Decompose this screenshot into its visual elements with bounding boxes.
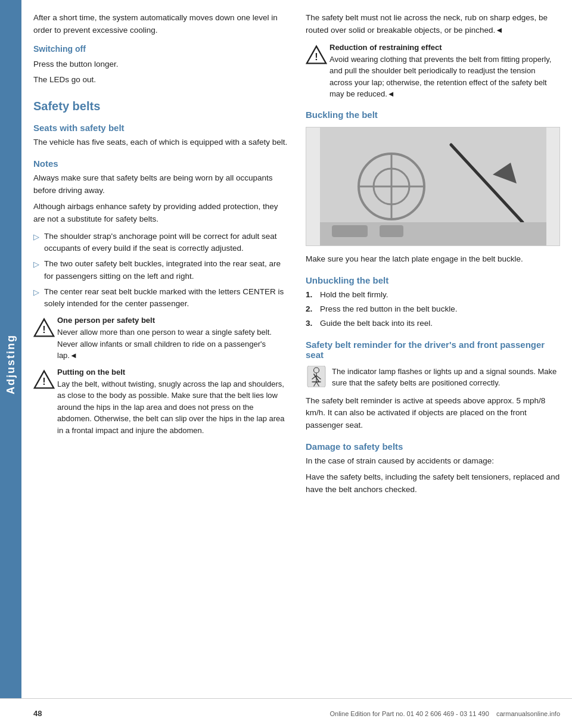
warning-content-1: One person per safety belt Never allow m…: [57, 316, 288, 362]
warning-text-2: Lay the belt, without twisting, snugly a…: [57, 378, 288, 437]
right-intro-text: The safety belt must not lie across the …: [306, 12, 560, 37]
list-item: ▷ The shoulder strap's anchorage point w…: [33, 231, 288, 255]
warning-triangle-icon: !: [33, 317, 52, 336]
bullet-arrow-icon: ▷: [33, 231, 39, 243]
notes-heading: Notes: [33, 158, 288, 169]
footer: 48 Online Edition for Part no. 01 40 2 6…: [0, 698, 572, 728]
reminder-heading: Safety belt reminder for the driver's an…: [306, 340, 560, 360]
switching-off-heading: Switching off: [33, 43, 288, 56]
damage-heading: Damage to safety belts: [306, 441, 560, 452]
bullet-arrow-icon: ▷: [33, 287, 39, 298]
seatbelt-person-icon: [306, 366, 327, 389]
svg-text:!: !: [42, 324, 45, 335]
switching-off-line-1: Press the button longer.: [33, 58, 288, 71]
svg-text:!: !: [42, 376, 45, 387]
warning-content-2: Putting on the belt Lay the belt, withou…: [57, 368, 288, 437]
reminder-box: The indicator lamp flashes or lights up …: [306, 366, 560, 389]
bullet-list: ▷ The shoulder strap's anchorage point w…: [33, 231, 288, 310]
reminder-text-2: The safety belt reminder is active at sp…: [306, 395, 560, 433]
warning-title-1: One person per safety belt: [57, 316, 288, 325]
unbuckling-heading: Unbuckling the belt: [306, 275, 560, 285]
warning-box-1: ! One person per safety belt Never allow…: [33, 316, 288, 362]
footer-info: Online Edition for Part no. 01 40 2 606 …: [330, 710, 561, 717]
buckling-caption: Make sure you hear the latch plate engag…: [306, 253, 560, 266]
warning-triangle-icon-2: !: [33, 369, 52, 388]
unbuckling-steps: 1. Hold the belt firmly. 2. Press the re…: [306, 289, 560, 330]
list-item: ▷ The center rear seat belt buckle marke…: [33, 286, 288, 310]
buckling-heading: Buckling the belt: [306, 110, 560, 120]
list-item: 2. Press the red button in the belt buck…: [306, 303, 560, 315]
seats-text: The vehicle has five seats, each of whic…: [33, 136, 288, 149]
seats-with-safety-belt-heading: Seats with safety belt: [33, 123, 288, 133]
intro-text: After a short time, the system automatic…: [33, 12, 288, 37]
warning-title-reduction: Reduction of restraining effect: [329, 43, 560, 52]
reminder-content: The indicator lamp flashes or lights up …: [332, 366, 560, 389]
list-item: 1. Hold the belt firmly.: [306, 289, 560, 301]
safety-belts-heading: Safety belts: [33, 99, 288, 113]
sidebar-tab: Adjusting: [0, 0, 21, 728]
svg-text:!: !: [315, 51, 318, 62]
buckling-image: [306, 127, 560, 246]
warning-content-reduction: Reduction of restraining effect Avoid we…: [329, 43, 560, 100]
bullet-arrow-icon: ▷: [33, 259, 39, 270]
right-column: The safety belt must not lie across the …: [306, 12, 560, 500]
note-1: Always make sure that safety belts are b…: [33, 172, 288, 197]
svg-rect-14: [332, 225, 368, 237]
left-column: After a short time, the system automatic…: [33, 12, 288, 500]
list-item: ▷ The two outer safety belt buckles, int…: [33, 258, 288, 282]
note-2: Although airbags enhance safety by provi…: [33, 201, 288, 226]
warning-title-2: Putting on the belt: [57, 368, 288, 377]
switching-off-line-2: The LEDs go out.: [33, 74, 288, 86]
sidebar-tab-label: Adjusting: [5, 334, 17, 394]
reminder-text-1: The indicator lamp flashes or lights up …: [332, 366, 560, 389]
warning-box-reduction: ! Reduction of restraining effect Avoid …: [306, 43, 560, 100]
list-item: 3. Guide the belt back into its reel.: [306, 318, 560, 329]
warning-text-1: Never allow more than one person to wear…: [57, 326, 288, 362]
svg-rect-15: [380, 225, 403, 237]
warning-triangle-icon-reduction: !: [306, 44, 325, 63]
damage-text-2: Have the safety belts, including the saf…: [306, 471, 560, 496]
page-number: 48: [33, 709, 42, 718]
warning-box-2: ! Putting on the belt Lay the belt, with…: [33, 368, 288, 437]
warning-text-reduction: Avoid wearing clothing that prevents the…: [329, 54, 560, 100]
damage-text-1: In the case of strain caused by accident…: [306, 455, 560, 468]
